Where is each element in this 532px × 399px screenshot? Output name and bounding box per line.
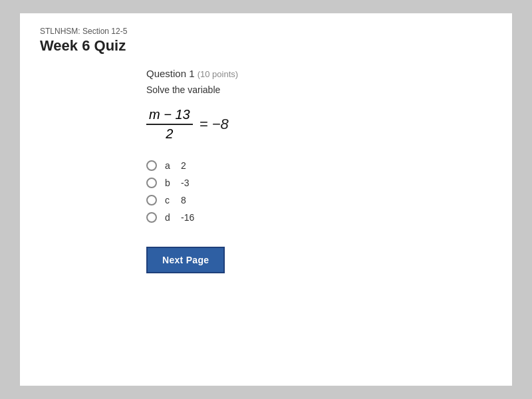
choice-b-value: -3 [181, 178, 201, 188]
radio-b[interactable] [146, 178, 157, 188]
choice-d[interactable]: d -16 [146, 212, 492, 223]
choice-a-letter: a [165, 160, 173, 171]
page-title: Week 6 Quiz [40, 37, 492, 55]
content-area: Question 1 (10 points) Solve the variabl… [146, 68, 492, 273]
radio-c[interactable] [146, 195, 157, 205]
question-prompt: Solve the variable [146, 84, 492, 95]
equation-rhs: = −8 [200, 116, 229, 133]
fraction: m − 13 2 [146, 107, 193, 142]
equation: m − 13 2 = −8 [146, 107, 492, 142]
fraction-numerator: m − 13 [146, 107, 193, 125]
choice-b[interactable]: b -3 [146, 178, 492, 188]
choice-d-letter: d [165, 212, 173, 223]
header: STLNHSM: Section 12-5 Week 6 Quiz [40, 27, 492, 55]
question-number: Question 1 [146, 68, 195, 79]
choice-d-value: -16 [181, 212, 201, 223]
choice-a-value: 2 [181, 160, 201, 171]
fraction-denominator: 2 [166, 125, 173, 142]
question-points: (10 points) [198, 69, 238, 79]
next-page-button[interactable]: Next Page [146, 247, 225, 273]
choice-a[interactable]: a 2 [146, 160, 492, 171]
choice-c-letter: c [165, 195, 173, 205]
choice-c-value: 8 [181, 195, 201, 205]
page-container: STLNHSM: Section 12-5 Week 6 Quiz Questi… [20, 13, 512, 386]
radio-a[interactable] [146, 160, 157, 171]
section-label: STLNHSM: Section 12-5 [40, 27, 492, 36]
choice-b-letter: b [165, 178, 173, 188]
radio-d[interactable] [146, 212, 157, 223]
question-header: Question 1 (10 points) [146, 68, 492, 79]
answer-choices: a 2 b -3 c 8 d -16 [146, 160, 492, 223]
choice-c[interactable]: c 8 [146, 195, 492, 205]
